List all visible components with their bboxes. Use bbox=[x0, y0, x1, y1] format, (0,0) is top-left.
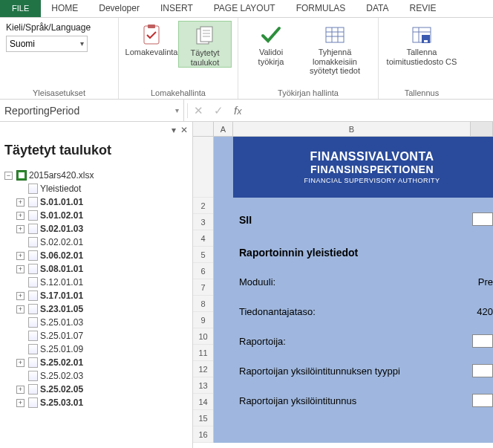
ribbon-group-workbook: Validoi työkirja Tyhjennä lomakkeisiin s… bbox=[238, 18, 379, 99]
row-header[interactable]: 13 bbox=[193, 377, 213, 394]
tree-item[interactable]: +S.17.01.01 bbox=[16, 289, 188, 302]
tree-item[interactable]: +S.06.02.01 bbox=[16, 249, 188, 262]
tree-item-label: S.02.01.03 bbox=[40, 222, 83, 236]
table-icon bbox=[322, 24, 347, 46]
row-header[interactable]: 7 bbox=[193, 279, 213, 296]
tab-insert[interactable]: INSERT bbox=[150, 0, 203, 17]
sheet-icon bbox=[28, 304, 38, 314]
chevron-down-icon: ▾ bbox=[175, 106, 179, 114]
tree-item[interactable]: +S.25.02.01 bbox=[16, 356, 188, 369]
tree-item[interactable]: Yleistiedot bbox=[16, 182, 188, 195]
tree-item[interactable]: +S.01.01.01 bbox=[16, 195, 188, 209]
select-all-corner[interactable] bbox=[193, 122, 214, 136]
tree-item[interactable]: +S.02.01.03 bbox=[16, 222, 188, 236]
expand-icon[interactable]: + bbox=[16, 265, 25, 273]
row-header[interactable]: 2 bbox=[193, 198, 213, 214]
clear-button[interactable]: Tyhjennä lomakkeisiin syötetyt tiedot bbox=[298, 21, 372, 76]
field-input[interactable] bbox=[472, 364, 493, 377]
tree-item[interactable]: S.02.02.01 bbox=[16, 236, 188, 249]
col-header-c[interactable] bbox=[471, 122, 493, 136]
ribbon-group-forms: Lomakevalinta Täytetyt taulukot Lomakeha… bbox=[119, 18, 238, 99]
sheet-icon bbox=[28, 357, 38, 368]
tree-item[interactable]: +S.23.01.05 bbox=[16, 302, 188, 316]
close-icon[interactable]: ✕ bbox=[180, 125, 188, 135]
expand-icon[interactable]: + bbox=[16, 212, 25, 220]
tree-item[interactable]: +S.08.01.01 bbox=[16, 262, 188, 276]
row-header[interactable] bbox=[193, 137, 213, 198]
row-header[interactable]: 4 bbox=[193, 230, 213, 247]
tree-item[interactable]: S.25.02.03 bbox=[16, 369, 188, 383]
row-header[interactable]: 12 bbox=[193, 361, 213, 377]
row-header[interactable]: 9 bbox=[193, 312, 213, 328]
expand-icon[interactable]: + bbox=[16, 399, 25, 407]
tree-item-label: S.17.01.01 bbox=[40, 289, 83, 302]
formula-bar: ReportingPeriod ▾ ✕ ✓ fx bbox=[0, 100, 493, 122]
tree-item-label: S.12.01.01 bbox=[40, 276, 83, 289]
tab-home[interactable]: HOME bbox=[41, 0, 88, 17]
tree-item[interactable]: S.25.01.09 bbox=[16, 343, 188, 356]
tree-item-label: S.25.01.03 bbox=[40, 316, 83, 329]
ribbon-group-general: Kieli/Språk/Language Suomi ▾ Yleisasetuk… bbox=[0, 18, 119, 99]
cells[interactable]: FINANSSIVALVONTA FINANSINSPEKTIONEN FINA… bbox=[214, 137, 493, 443]
filled-tables-button[interactable]: Täytetyt taulukot bbox=[178, 21, 232, 68]
tab-formulas[interactable]: FORMULAS bbox=[286, 0, 356, 17]
expand-icon[interactable]: + bbox=[16, 359, 25, 367]
row-header[interactable]: 11 bbox=[193, 345, 213, 361]
pane-menu-icon[interactable]: ▾ bbox=[172, 125, 176, 135]
validate-label: Validoi työkirja bbox=[258, 48, 284, 66]
row-header[interactable]: 5 bbox=[193, 247, 213, 263]
row-header[interactable]: 8 bbox=[193, 296, 213, 312]
form-select-button[interactable]: Lomakevalinta bbox=[125, 21, 178, 68]
expand-icon[interactable]: + bbox=[16, 225, 25, 233]
expand-icon[interactable]: + bbox=[16, 386, 25, 394]
enter-icon[interactable]: ✓ bbox=[214, 104, 223, 117]
name-box[interactable]: ReportingPeriod ▾ bbox=[0, 100, 184, 121]
col-header-b[interactable]: B bbox=[233, 122, 471, 136]
tree-spacer bbox=[16, 345, 25, 354]
tree-item[interactable]: S.12.01.01 bbox=[16, 276, 188, 289]
clear-label: Tyhjennä lomakkeisiin syötetyt tiedot bbox=[299, 48, 370, 76]
row-header[interactable]: 16 bbox=[193, 426, 213, 443]
tree-spacer bbox=[16, 279, 25, 287]
sheet-icon bbox=[28, 371, 38, 381]
field-input[interactable] bbox=[472, 394, 493, 407]
save-file-button[interactable]: Tallenna toimitustiedosto CS bbox=[385, 21, 459, 66]
row-header[interactable]: 10 bbox=[193, 328, 213, 345]
tab-page-layout[interactable]: PAGE LAYOUT bbox=[203, 0, 286, 17]
row-header[interactable]: 6 bbox=[193, 263, 213, 279]
tab-review[interactable]: REVIE bbox=[399, 0, 447, 17]
documents-icon bbox=[192, 25, 218, 47]
tree-item[interactable]: S.25.01.03 bbox=[16, 316, 188, 329]
cancel-icon[interactable]: ✕ bbox=[194, 104, 203, 117]
tab-file[interactable]: FILE bbox=[0, 0, 41, 17]
sii-label: SII bbox=[239, 214, 252, 226]
clipboard-check-icon bbox=[139, 24, 164, 46]
tree-item[interactable]: S.25.01.07 bbox=[16, 329, 188, 343]
field-value: Pre bbox=[478, 276, 493, 288]
collapse-icon[interactable]: − bbox=[4, 172, 13, 180]
col-header-a[interactable]: A bbox=[214, 122, 233, 136]
field-input[interactable] bbox=[472, 334, 493, 348]
expand-icon[interactable]: + bbox=[16, 292, 25, 300]
fx-icon[interactable]: fx bbox=[234, 104, 241, 117]
sheet-icon bbox=[28, 184, 38, 194]
tree-item[interactable]: +S.25.03.01 bbox=[16, 396, 188, 409]
sii-input[interactable] bbox=[472, 212, 493, 226]
expand-icon[interactable]: + bbox=[16, 198, 25, 207]
field-label: Raportoija: bbox=[239, 336, 286, 347]
tree-item[interactable]: +S.25.02.05 bbox=[16, 383, 188, 396]
tab-developer[interactable]: Developer bbox=[88, 0, 150, 17]
row-header[interactable]: 15 bbox=[193, 410, 213, 426]
tree-item-label: S.02.02.01 bbox=[40, 236, 83, 249]
tree-root[interactable]: − 2015ars420.xlsx bbox=[4, 169, 188, 182]
validate-button[interactable]: Validoi työkirja bbox=[244, 21, 298, 76]
expand-icon[interactable]: + bbox=[16, 305, 25, 314]
row-header[interactable]: 14 bbox=[193, 394, 213, 410]
row-header[interactable]: 3 bbox=[193, 214, 213, 230]
tab-data[interactable]: DATA bbox=[356, 0, 399, 17]
save-file-label: Tallenna toimitustiedosto CS bbox=[387, 48, 457, 66]
tree-item[interactable]: +S.01.02.01 bbox=[16, 209, 188, 222]
sheet-icon bbox=[28, 397, 38, 408]
language-select[interactable]: Suomi ▾ bbox=[6, 36, 88, 52]
expand-icon[interactable]: + bbox=[16, 252, 25, 260]
